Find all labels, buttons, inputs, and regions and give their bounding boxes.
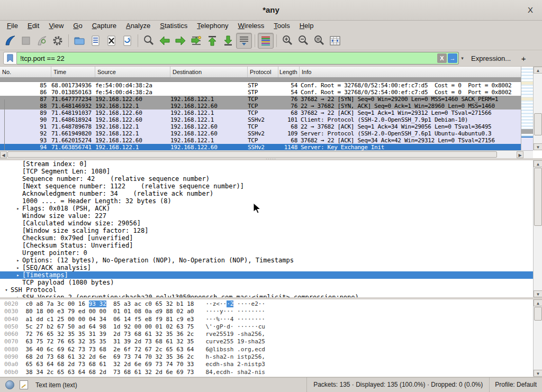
detail-line[interactable]: [Checksum Status: Unverified] [0, 242, 533, 249]
menu-item[interactable]: Analyze [121, 21, 155, 31]
expander-icon[interactable] [14, 242, 22, 249]
partial-packet-row[interactable] [0, 77, 521, 82]
detail-line[interactable]: TCP payload (1080 bytes) [0, 279, 533, 286]
hex-row[interactable]: 00b038 34 2c 65 63 64 68 2d 73 68 61 32 … [0, 369, 533, 376]
scroll-up-arrow[interactable]: ▲ [534, 67, 542, 74]
menu-item[interactable]: Capture [87, 21, 121, 31]
scrollbar-thumb[interactable] [534, 307, 542, 321]
bytes-vertical-scrollbar[interactable]: ▲ ▼ [533, 299, 542, 377]
expander-icon[interactable] [14, 175, 22, 183]
zoom-out-icon[interactable] [295, 33, 311, 49]
hex-row[interactable]: 0020c0 a8 7a 3c 00 16 93 32 85 a3 ac c0 … [0, 300, 533, 308]
capture-options-gear-icon[interactable] [50, 33, 66, 49]
scroll-up-arrow[interactable]: ▲ [534, 160, 542, 167]
filter-apply-icon[interactable]: → [448, 53, 457, 63]
detail-line[interactable]: Checksum: 0x79ed [unverified] [0, 234, 533, 242]
packet-row[interactable]: 9171.648789678192.168.122.1192.168.122.6… [0, 123, 521, 130]
expander-icon[interactable] [14, 249, 22, 257]
menu-item[interactable]: Tools [269, 21, 294, 31]
detail-line[interactable]: [Stream index: 0] [0, 160, 533, 168]
detail-line[interactable]: [Next sequence number: 1122 (relative se… [0, 183, 533, 190]
find-packet-icon[interactable] [141, 33, 157, 49]
packet-row[interactable]: 9271.661949820192.168.122.1192.168.122.6… [0, 130, 521, 137]
close-window-button[interactable]: X [523, 0, 538, 20]
detail-line[interactable]: [Window size scaling factor: 128] [0, 227, 533, 234]
detail-line[interactable]: Urgent pointer: 0 [0, 249, 533, 257]
menu-item[interactable]: Wireless [233, 21, 269, 31]
packet-row[interactable]: 8871.648146932192.168.122.1192.168.122.6… [0, 103, 521, 110]
detail-vertical-scrollbar[interactable]: ▲ ▼ [533, 160, 542, 297]
expander-icon[interactable]: ▸ [14, 271, 22, 279]
profile-selector[interactable]: Profile: Default [489, 378, 542, 392]
expander-icon[interactable] [14, 279, 22, 286]
colorize-toggle-icon[interactable] [258, 33, 274, 49]
expander-icon[interactable] [14, 234, 22, 242]
packet-row[interactable]: 8670.013850163fe:54:00:d4:38:2aSTP54Conf… [0, 89, 521, 96]
detail-line[interactable]: ▸Options: (12 bytes), No-Operation (NOP)… [0, 257, 533, 264]
packet-row[interactable]: 8568.001734936fe:54:00:d4:38:2aSTP54Conf… [0, 82, 521, 89]
menu-item[interactable]: Telephony [192, 21, 233, 31]
column-header-info[interactable]: Info [300, 67, 521, 77]
hex-row[interactable]: 00505c 27 b2 67 50 ad 64 98 1d 92 00 00 … [0, 323, 533, 331]
hex-row[interactable]: 003080 18 00 e3 79 ed 00 00 01 01 08 0a … [0, 308, 533, 315]
expander-icon[interactable] [14, 183, 22, 190]
open-capture-file-icon[interactable] [71, 33, 87, 49]
scroll-right-arrow[interactable]: ▶ [517, 151, 523, 158]
scroll-left-arrow[interactable]: ◀ [0, 151, 7, 158]
scroll-down-arrow[interactable]: ▼ [534, 290, 542, 297]
scrollbar-thumb[interactable] [534, 168, 542, 226]
hex-row[interactable]: 007063 75 72 76 65 32 35 35 31 39 2d 73 … [0, 338, 533, 345]
column-header-no[interactable]: No. [0, 67, 51, 77]
detail-line[interactable]: ▸[Timestamps] [0, 271, 533, 279]
expert-info-icon[interactable] [5, 380, 14, 389]
restart-capture-icon[interactable] [34, 33, 50, 49]
hex-row[interactable]: 008036 40 6c 69 62 73 73 68 2e 6f 72 67 … [0, 346, 533, 353]
packet-list-vertical-scrollbar[interactable]: ▲ ▼ [533, 67, 542, 150]
detail-line[interactable]: Sequence number: 42 (relative sequence n… [0, 175, 533, 183]
auto-scroll-toggle-icon[interactable] [236, 33, 252, 49]
menu-item[interactable]: Edit [23, 21, 44, 31]
filter-history-dropdown-icon[interactable]: ▾ [459, 56, 466, 61]
go-first-packet-icon[interactable] [204, 33, 220, 49]
hex-row[interactable]: 009068 2d 73 68 61 32 2d 6e 69 73 74 70 … [0, 353, 533, 361]
menu-item[interactable]: File [2, 21, 23, 31]
expander-icon[interactable] [14, 190, 22, 197]
expander-icon[interactable] [14, 197, 22, 205]
expander-icon[interactable]: ▸ [14, 205, 22, 212]
menu-item[interactable]: Statistics [155, 21, 192, 31]
menu-item[interactable]: Go [68, 21, 87, 31]
detail-line[interactable]: 1000 .... = Header Length: 32 bytes (8) [0, 197, 533, 205]
expander-icon[interactable] [14, 212, 22, 220]
capture-comment-icon[interactable] [20, 380, 28, 389]
packet-row[interactable]: 8771.647777234192.168.122.60192.168.122.… [0, 96, 521, 103]
detail-line[interactable]: ▾SSH Protocol [0, 286, 533, 294]
hex-row[interactable]: 0040a1 dd c1 25 00 00 04 34 06 14 f5 e8 … [0, 316, 533, 323]
expander-icon[interactable] [14, 168, 22, 175]
start-capture-icon[interactable] [2, 33, 18, 49]
packet-row[interactable]: 9371.662015274192.168.122.60192.168.122.… [0, 137, 521, 144]
zoom-in-icon[interactable] [279, 33, 295, 49]
reload-capture-file-icon[interactable] [119, 33, 135, 49]
detail-line[interactable]: ▸Flags: 0x018 (PSH, ACK) [0, 205, 533, 212]
column-header-length[interactable]: Length [278, 67, 300, 77]
expander-icon[interactable] [14, 220, 22, 227]
scrollbar-thumb[interactable] [7, 151, 497, 158]
column-header-time[interactable]: Time [51, 67, 95, 77]
zoom-original-icon[interactable] [311, 33, 327, 49]
packet-row[interactable]: 8971.648191037192.168.122.60192.168.122.… [0, 110, 521, 116]
expander-icon[interactable]: ▸ [14, 257, 22, 264]
detail-line[interactable]: Acknowledgment number: 34 (relative ack … [0, 190, 533, 197]
resize-columns-icon[interactable] [327, 33, 343, 49]
stop-capture-icon[interactable] [18, 33, 34, 49]
packet-row[interactable]: 9071.648618924192.168.122.60192.168.122.… [0, 116, 521, 123]
expander-icon[interactable]: ▾ [2, 286, 11, 294]
go-forward-icon[interactable] [173, 33, 188, 49]
go-last-packet-icon[interactable] [220, 33, 236, 49]
column-header-protocol[interactable]: Protocol [248, 67, 278, 77]
go-to-packet-icon[interactable] [188, 33, 204, 49]
scroll-down-arrow[interactable]: ▼ [534, 143, 542, 150]
display-filter-input[interactable]: !tcp.port == 22 [17, 54, 437, 62]
hex-row[interactable]: 006072 76 65 32 35 35 31 39 2d 73 68 61 … [0, 331, 533, 338]
scroll-up-arrow[interactable]: ▲ [534, 299, 542, 306]
close-capture-file-icon[interactable] [103, 33, 119, 49]
